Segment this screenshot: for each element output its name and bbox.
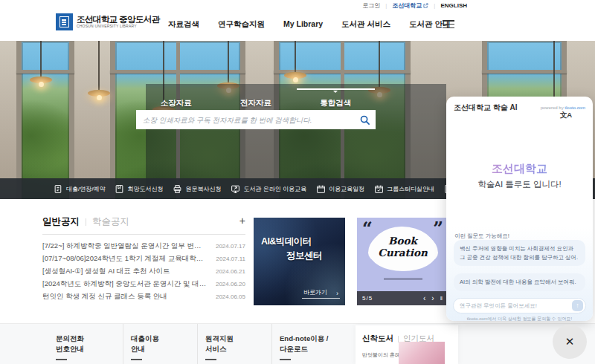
nav-item-research-support[interactable]: 연구학습지원	[218, 19, 265, 30]
book-request-icon	[115, 184, 124, 194]
quickmenu-education-schedule[interactable]: 이용교육일정	[316, 184, 364, 194]
quickmenu-label: 대출/연장/예약	[66, 185, 105, 193]
banner-cta-link[interactable]: 바로가기 ›	[302, 288, 340, 299]
library-logo[interactable]: 조선대학교 중앙도서관 CHOSUN UNIVERSITY LIBRARY	[56, 13, 160, 30]
chat-title: 조선대학교 학술 AI	[454, 103, 518, 113]
translate-icon[interactable]: 文A	[560, 111, 572, 120]
external-link-icon	[423, 3, 428, 8]
book-cover-image[interactable]	[399, 342, 445, 364]
footer-link-label: 서비스	[205, 344, 271, 354]
footer-link-label: 안내	[131, 344, 197, 354]
quickmenu-online-education[interactable]: 도서관 온라인 이용교육	[231, 184, 306, 194]
footer-link-label: 대출이용	[131, 334, 197, 344]
lamp-decoration	[284, 41, 306, 82]
separator: |	[434, 2, 435, 9]
notice-title: [생성형AI-①] 생성형 AI 대표 추천 사이트	[42, 267, 170, 276]
tab-holdings[interactable]: 소장자료	[136, 88, 216, 108]
notice-item[interactable]: [07/17~08/06]2024학년도 1학기 계절제 교육대학원생 도서 신…	[42, 253, 245, 265]
quickmenu-label: 그룹스터디실안내	[387, 185, 434, 193]
search-button[interactable]	[353, 110, 376, 129]
footer-link-phone-guide[interactable]: 문의전화 번호안내	[48, 324, 123, 364]
underline-decoration	[131, 359, 142, 360]
notice-date: 2024.07.17	[216, 243, 245, 250]
online-education-monitor-icon	[231, 184, 240, 194]
footer-link-label: 번호안내	[56, 344, 123, 354]
notice-title: [2024학년도 하계방학] 중앙도서관 운영시간 및 대출권수 확대 …	[42, 279, 208, 289]
header: 조선대학교 중앙도서관 CHOSUN UNIVERSITY LIBRARY 자료…	[0, 10, 595, 41]
notice-item[interactable]: 턴잇인 학생 계정 신규 클래스 등록 안내 2024.06.05	[42, 290, 245, 303]
search-icon	[359, 114, 370, 126]
suggestion-bubble[interactable]: 백신 주저에 영향을 미치는 사회경제적 요인과 그 공중 건강 정책에 대한 …	[454, 240, 585, 266]
loan-document-icon	[54, 184, 63, 194]
notice-title: 턴잇인 학생 계정 신규 클래스 등록 안내	[42, 292, 167, 302]
login-link[interactable]: 로그인	[362, 1, 380, 10]
menu-button[interactable]	[443, 20, 454, 29]
tab-integrated-search[interactable]: 통합검색	[296, 88, 376, 108]
footer-link-loan-guide[interactable]: 대출이용 안내	[123, 324, 197, 364]
search-bar	[136, 110, 376, 129]
footer-link-label: 문의전화	[56, 334, 123, 344]
underline-decoration	[280, 359, 291, 360]
notice-item[interactable]: [생성형AI-①] 생성형 AI 대표 추천 사이트 2024.06.21	[42, 265, 245, 278]
carousel-prev-button[interactable]: ‹	[422, 295, 426, 302]
notice-item[interactable]: [7/22~] 하계방학중 일반열람실 운영시간 일부 변경 안내 2024.0…	[42, 240, 245, 253]
tab-new-books[interactable]: 신착도서	[362, 334, 393, 344]
notice-title: [7/22~] 하계방학중 일반열람실 운영시간 일부 변경 안내	[42, 241, 208, 251]
greeting-line: 학술AI 틀루토 입니다!	[446, 179, 593, 190]
send-button[interactable]: ↑	[572, 300, 583, 311]
chat-close-button[interactable]: ✕	[553, 325, 587, 359]
new-books-panel: 신착도서 인기도서 반딧불이의 혼례	[356, 325, 458, 364]
quickmenu-label: 도서관 온라인 이용교육	[243, 185, 306, 193]
main-nav: 자료검색 연구학습지원 My Library 도서관 서비스 도서관 안내	[168, 19, 450, 30]
quickmenu-label: 이용교육일정	[329, 185, 364, 193]
curation-caption-decoration	[384, 278, 422, 280]
notice-item[interactable]: [2024학년도 하계방학] 중앙도서관 운영시간 및 대출권수 확대 … 20…	[42, 278, 245, 290]
search-input[interactable]	[136, 116, 353, 124]
footer-link-remote-support[interactable]: 원격지원 서비스	[197, 324, 271, 364]
ai-bigdata-banner[interactable]: AI&빅데이터 정보센터 바로가기 ›	[254, 218, 345, 305]
quickmenu-label: 희망도서신청	[127, 185, 163, 193]
nav-item-my-library[interactable]: My Library	[283, 19, 323, 30]
nav-item-services[interactable]: 도서관 서비스	[341, 19, 390, 30]
group-study-calendar-icon	[374, 184, 384, 194]
english-link[interactable]: ENGLISH	[440, 2, 467, 9]
chat-footnote: tlooto.com에서 더욱 상세한 정보를 문의할 수 있어요!	[446, 316, 593, 322]
chat-input[interactable]	[460, 302, 572, 309]
tab-academic-notice[interactable]: 학술공지	[92, 215, 129, 228]
book-curation-banner[interactable]: “ ” Book Curation 5/5 ‹ › ‖	[357, 218, 448, 305]
utility-bar: 로그인 | 조선대학교 | ENGLISH	[0, 0, 595, 10]
carousel-next-button[interactable]: ›	[431, 295, 434, 302]
hamburger-icon	[443, 20, 454, 22]
powered-by: powered by tlooto.com	[541, 105, 585, 110]
notice-list: [7/22~] 하계방학중 일반열람실 운영시간 일부 변경 안내 2024.0…	[42, 240, 245, 303]
quickmenu-copy-request[interactable]: 원문복사신청	[173, 184, 221, 194]
banner-title: 정보센터	[286, 250, 345, 262]
curation-title: Book Curation	[357, 235, 448, 259]
underline-decoration	[205, 359, 216, 360]
nav-item-search[interactable]: 자료검색	[168, 19, 199, 30]
greeting-brand: 조선대학교	[446, 162, 593, 176]
carousel-pause-button[interactable]: ‖	[440, 296, 443, 302]
separator: |	[385, 2, 387, 9]
quickmenu-group-study[interactable]: 그룹스터디실안내	[374, 184, 434, 194]
footer-link-endnote[interactable]: End-note이용 / 다운로드	[271, 324, 346, 364]
tab-general-notice[interactable]: 일반공지	[42, 215, 80, 228]
quickmenu-loan[interactable]: 대출/연장/예약	[54, 184, 105, 194]
notice-board: 일반공지 학술공지 + [7/22~] 하계방학중 일반열람실 운영시간 일부 …	[42, 215, 245, 303]
banner-title: AI&빅데이터	[261, 235, 345, 248]
quickmenu-book-request[interactable]: 희망도서신청	[115, 184, 163, 194]
logo-subtitle: CHOSUN UNIVERSITY LIBRARY	[77, 25, 160, 29]
university-link[interactable]: 조선대학교	[392, 1, 428, 10]
notice-more-button[interactable]: +	[239, 215, 245, 226]
lamp-decoration	[88, 41, 110, 100]
copy-print-icon	[173, 184, 182, 194]
suggestion-bubble[interactable]: AI의 의학 발전에 대한 내용을 요약해서 보여줘.	[454, 273, 585, 291]
suggestions-label: 이런 질문도 가능해요!	[454, 233, 509, 240]
powered-link[interactable]: tlooto.com	[565, 105, 585, 110]
tab-eresources[interactable]: 전자자료	[216, 88, 295, 108]
quickmenu-label: 원문복사신청	[185, 185, 221, 193]
footer-quicklinks: 문의전화 번호안내 대출이용 안내 원격지원 서비스 End-note이용 / …	[0, 323, 595, 364]
academic-ai-chat-panel: 조선대학교 학술 AI powered by tlooto.com 文A 조선대…	[446, 97, 593, 321]
footer-link-label: 원격지원	[205, 334, 271, 344]
chevron-right-icon: ›	[336, 291, 338, 296]
